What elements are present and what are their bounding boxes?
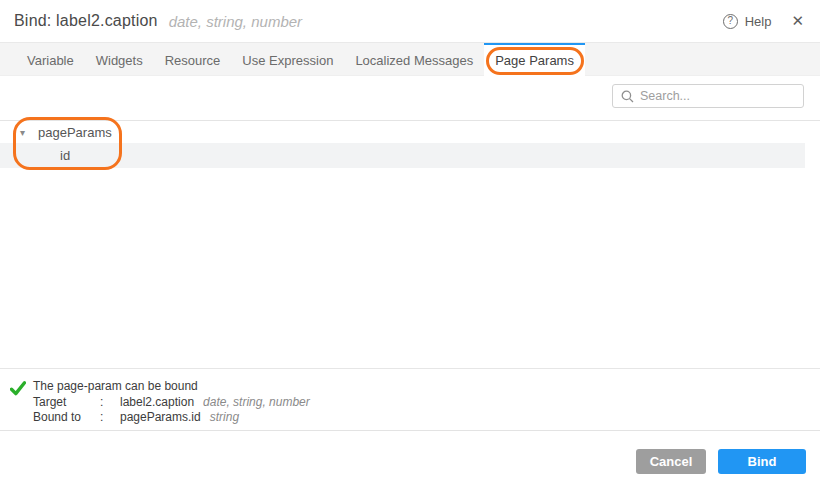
- caret-down-icon[interactable]: ▾: [20, 127, 38, 138]
- bound-to-type: string: [201, 410, 310, 426]
- bound-to-label: Bound to: [33, 410, 100, 426]
- tab-label: Resource: [165, 53, 221, 68]
- target-label: Target: [33, 395, 100, 411]
- help-question-icon: ?: [723, 14, 738, 29]
- binding-target-row: Target : label2.caption date, string, nu…: [33, 395, 310, 411]
- target-value: label2.caption: [120, 395, 194, 411]
- cancel-button[interactable]: Cancel: [636, 449, 706, 474]
- tree-node-label: pageParams: [38, 125, 112, 140]
- search-input[interactable]: [640, 89, 795, 103]
- close-icon[interactable]: ✕: [789, 12, 806, 30]
- tree-node-pageparams[interactable]: ▾ pageParams: [0, 121, 820, 143]
- help-button[interactable]: ? Help: [723, 14, 772, 29]
- tab-label: Variable: [27, 53, 74, 68]
- tab-resource[interactable]: Resource: [154, 43, 232, 75]
- bound-to-row: Bound to : pageParams.id string: [33, 410, 310, 426]
- bind-button[interactable]: Bind: [718, 449, 806, 474]
- dialog-footer: Cancel Bind: [0, 430, 820, 488]
- binding-status-message: The page-param can be bound: [33, 379, 310, 395]
- dialog-subtitle: date, string, number: [169, 13, 302, 30]
- tab-widgets[interactable]: Widgets: [85, 43, 154, 75]
- success-check-icon: [10, 381, 33, 400]
- colon: :: [100, 395, 120, 411]
- bound-to-value: pageParams.id: [120, 410, 201, 426]
- help-label: Help: [745, 14, 772, 29]
- tab-label: Page Params: [495, 53, 574, 68]
- tab-label: Widgets: [96, 53, 143, 68]
- target-type: date, string, number: [194, 395, 310, 411]
- tab-localized-messages[interactable]: Localized Messages: [344, 43, 484, 75]
- tab-use-expression[interactable]: Use Expression: [231, 43, 344, 75]
- page-params-tree: ▾ pageParams id: [0, 120, 820, 168]
- tab-page-params[interactable]: Page Params: [484, 43, 585, 76]
- colon: :: [100, 410, 120, 426]
- tab-bar: Variable Widgets Resource Use Expression…: [0, 43, 820, 76]
- tab-label: Localized Messages: [355, 53, 473, 68]
- tab-variable[interactable]: Variable: [16, 43, 85, 75]
- dialog-title: Bind: label2.caption: [14, 12, 158, 30]
- tab-label: Use Expression: [242, 53, 333, 68]
- bind-dialog: Bind: label2.caption date, string, numbe…: [0, 0, 820, 488]
- search-icon: [621, 90, 634, 103]
- search-box: [612, 84, 804, 108]
- binding-info: The page-param can be bound Target : lab…: [0, 368, 820, 430]
- tree-node-label: id: [60, 148, 70, 163]
- dialog-header: Bind: label2.caption date, string, numbe…: [0, 0, 820, 43]
- binding-info-lines: The page-param can be bound Target : lab…: [33, 379, 310, 426]
- header-actions: ? Help ✕: [723, 12, 806, 30]
- tree-node-id[interactable]: id: [0, 143, 805, 168]
